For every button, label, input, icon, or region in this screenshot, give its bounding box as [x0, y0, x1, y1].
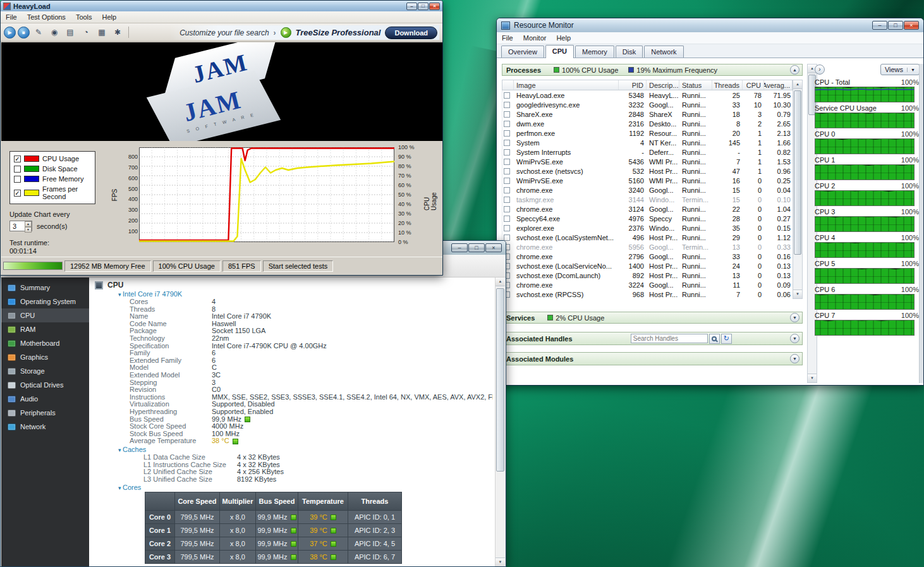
table-row[interactable]: ShareX.exe 2848 ShareX Runni... 18 3 0.7…	[502, 109, 793, 119]
process-checkbox[interactable]	[504, 206, 510, 212]
services-section-bar[interactable]: Services 2% CPU Usage	[502, 312, 803, 324]
table-row[interactable]: dwm.exe 2316 Deskto... Runni... 8 2 2.65	[502, 119, 793, 128]
close-button[interactable]	[429, 3, 440, 10]
panel-scrollbar[interactable]	[919, 64, 923, 383]
close-button[interactable]	[904, 21, 919, 30]
maximize-button[interactable]	[418, 3, 429, 10]
legend-checkbox[interactable]	[14, 190, 21, 197]
table-row[interactable]: WmiPrvSE.exe 5160 WMI Pr... Runni... 16 …	[502, 176, 793, 185]
collapse-panel-button[interactable]	[815, 64, 825, 75]
interval-spinner[interactable]: 3 ▲▼	[9, 221, 32, 231]
sidebar-item[interactable]: Operating System	[1, 295, 89, 308]
legend-checkbox[interactable]	[14, 176, 21, 183]
sidebar-item[interactable]: Summary	[1, 281, 89, 295]
menu-item[interactable]: Monitor	[518, 33, 552, 43]
table-row[interactable]: chrome.exe 3124 Googl... Runni... 22 0 1…	[502, 204, 793, 214]
menu-item[interactable]: Tools	[71, 12, 97, 22]
table-row[interactable]: HeavyLoad.exe 5348 HeavyL... Runni... 25…	[502, 90, 793, 100]
table-row[interactable]: svchost.exe (LocalServiceNo... 1400 Host…	[502, 261, 793, 271]
expand-chevron-icon[interactable]	[790, 354, 799, 363]
sidebar-item[interactable]: Peripherals	[1, 406, 89, 420]
tree-collapse-icon[interactable]	[118, 446, 123, 453]
table-scrollbar[interactable]: ▲ ▼	[793, 80, 803, 299]
table-row[interactable]: svchost.exe (LocalSystemNet... 496 Host …	[502, 233, 793, 242]
table-row[interactable]: chrome.exe 5956 Googl... Termin... 13 0 …	[502, 242, 793, 252]
cores-group[interactable]: Cores	[118, 484, 141, 491]
refresh-button[interactable]: ↻	[721, 334, 732, 344]
settings-wrench-icon[interactable]: ✱	[111, 26, 125, 39]
minimize-button[interactable]	[872, 21, 887, 30]
views-dropdown[interactable]: Views	[880, 64, 920, 75]
table-row[interactable]: svchost.exe (RPCSS) 968 Host Pr... Runni…	[502, 290, 793, 299]
process-checkbox[interactable]	[504, 187, 510, 193]
expand-chevron-icon[interactable]	[790, 313, 799, 322]
stop-test-icon[interactable]: ■	[18, 27, 30, 39]
speccy-scrollbar[interactable]: ▲ ▼	[495, 277, 505, 566]
scrollbar-thumb[interactable]	[496, 288, 504, 472]
caches-group[interactable]: Caches	[118, 446, 146, 453]
tab[interactable]: CPU	[545, 45, 574, 58]
column-header[interactable]: Averag...	[764, 80, 793, 90]
menu-item[interactable]: File	[497, 33, 518, 43]
associated-handles-bar[interactable]: Associated Handles ↻	[502, 332, 803, 345]
scroll-up-icon[interactable]: ▲	[495, 277, 505, 286]
benchmark-icon[interactable]: ▦	[95, 26, 109, 39]
collapse-chevron-icon[interactable]	[790, 65, 799, 75]
spinner-down-icon[interactable]: ▼	[25, 227, 32, 233]
expand-chevron-icon[interactable]	[790, 334, 799, 343]
scroll-down-icon[interactable]: ▼	[495, 558, 505, 566]
process-checkbox[interactable]	[504, 111, 510, 118]
sidebar-item[interactable]: Audio	[1, 392, 89, 406]
sidebar-item[interactable]: Motherboard	[1, 336, 89, 350]
resource-monitor-titlebar[interactable]: Resource Monitor	[497, 18, 923, 32]
maximize-button[interactable]	[888, 21, 903, 30]
menu-item[interactable]: Help	[551, 33, 576, 43]
scroll-down-icon[interactable]: ▼	[808, 374, 817, 382]
interval-value[interactable]: 3	[10, 221, 25, 231]
process-checkbox[interactable]	[504, 130, 510, 137]
process-checkbox[interactable]	[504, 225, 510, 231]
column-header[interactable]: Threads	[712, 80, 743, 90]
associated-modules-bar[interactable]: Associated Modules	[502, 352, 803, 365]
sidebar-item[interactable]: CPU	[1, 308, 89, 322]
legend-checkbox[interactable]	[14, 166, 21, 173]
spinner-up-icon[interactable]: ▲	[25, 221, 32, 227]
processes-section-bar[interactable]: Processes 100% CPU Usage19% Maximum Freq…	[502, 64, 803, 76]
column-header[interactable]: Status	[679, 80, 712, 90]
allocate-memory-icon[interactable]: ▤	[63, 26, 77, 39]
cpu-tree-root[interactable]: Intel Core i7 4790K	[118, 290, 182, 298]
sidebar-item[interactable]: RAM	[1, 322, 89, 336]
table-row[interactable]: chrome.exe 3240 Googl... Runni... 15 0 0…	[502, 185, 793, 195]
table-row[interactable]: googledrivesync.exe 3232 Googl... Runni.…	[502, 100, 793, 109]
heavyload-titlebar[interactable]: HeavyLoad	[1, 1, 442, 11]
process-checkbox[interactable]	[504, 159, 510, 165]
table-row[interactable]: chrome.exe 3224 Googl... Runni... 11 0 0…	[502, 280, 793, 290]
process-checkbox[interactable]	[504, 216, 510, 222]
scroll-down-icon[interactable]: ▼	[793, 290, 802, 298]
process-checkbox[interactable]	[504, 178, 510, 184]
scroll-up-icon[interactable]: ▲	[793, 80, 802, 89]
maximize-button[interactable]	[468, 243, 485, 252]
sidebar-item[interactable]: Storage	[1, 364, 89, 378]
process-checkbox[interactable]	[504, 149, 510, 155]
scrollbar-thumb[interactable]	[794, 90, 801, 255]
write-test-file-icon[interactable]: ✎	[32, 26, 46, 39]
process-checkbox[interactable]	[504, 197, 510, 203]
table-row[interactable]: svchost.exe (DcomLaunch) 892 Host Pr... …	[502, 271, 793, 280]
column-header[interactable]: Descrip...	[647, 80, 679, 90]
process-table-header[interactable]: ImagePIDDescrip...StatusThreadsCPUAverag…	[502, 80, 793, 90]
tab[interactable]: Network	[644, 46, 683, 58]
table-row[interactable]: WmiPrvSE.exe 5436 WMI Pr... Runni... 7 1…	[502, 157, 793, 166]
menu-item[interactable]: Help	[97, 12, 122, 22]
process-checkbox[interactable]	[504, 102, 510, 108]
legend-checkbox[interactable]	[14, 155, 21, 162]
tab[interactable]: Disk	[616, 46, 643, 58]
table-row[interactable]: Speccy64.exe 4976 Speccy Runni... 28 0 0…	[502, 214, 793, 223]
process-checkbox[interactable]	[504, 140, 510, 146]
close-button[interactable]: ×	[485, 243, 502, 252]
sidebar-item[interactable]: Graphics	[1, 350, 89, 364]
sidebar-item[interactable]: Optical Drives	[1, 378, 89, 392]
tree-collapse-icon[interactable]	[118, 484, 123, 491]
table-row[interactable]: explorer.exe 2376 Windo... Runni... 35 0…	[502, 223, 793, 233]
search-button[interactable]	[709, 334, 720, 344]
